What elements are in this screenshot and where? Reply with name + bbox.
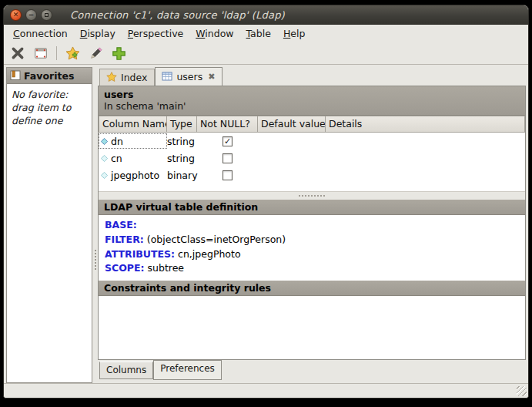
- favorites-icon: [10, 70, 21, 81]
- cell-type: string: [167, 136, 197, 147]
- bottom-tab-bar: Columns Preferences: [98, 360, 526, 383]
- header-not-null[interactable]: Not NULL?: [197, 116, 258, 133]
- window-layout-icon: [34, 46, 48, 60]
- diamond-icon: [101, 138, 108, 145]
- ldap-base-label: BASE:: [105, 219, 137, 230]
- cell-column-name[interactable]: cn: [99, 150, 167, 166]
- title-bar[interactable]: ✕ − Connection 'c1', data source 'ldap' …: [4, 5, 528, 25]
- table-row[interactable]: dn string ✓: [99, 133, 525, 150]
- ldap-section-header: LDAP virtual table definition: [99, 200, 525, 215]
- header-type[interactable]: Type: [167, 116, 197, 133]
- tab-close-icon[interactable]: ✖: [208, 72, 215, 82]
- maximize-icon: [45, 13, 49, 17]
- favorites-panel: Favorites No favorite: drag item to defi…: [6, 67, 92, 383]
- star-icon: [106, 72, 117, 82]
- tab-users-label: users: [176, 71, 202, 82]
- column-name-text: jpegphoto: [111, 170, 159, 181]
- close-connection-button[interactable]: [8, 44, 27, 62]
- table-schema-note: In schema 'main': [104, 100, 520, 112]
- cell-not-null: ✓: [197, 136, 258, 146]
- minimize-icon: −: [28, 12, 35, 18]
- menu-bar: Connection Display Perspective Window Ta…: [4, 25, 528, 42]
- splitter-grip: [95, 250, 96, 270]
- columns-header-row: Column Name Type Not NULL? Default value…: [99, 116, 525, 133]
- tab-index[interactable]: Index: [99, 69, 155, 86]
- ldap-scope-value: subtree: [148, 262, 185, 274]
- menu-display[interactable]: Display: [74, 26, 122, 41]
- header-default-value[interactable]: Default value: [258, 116, 326, 133]
- window-maximize-button[interactable]: [41, 9, 52, 21]
- star-plus-icon: [65, 46, 80, 61]
- table-row[interactable]: cn string: [99, 150, 525, 166]
- column-name-text: dn: [111, 136, 123, 147]
- ldap-base-line: BASE:: [105, 218, 519, 233]
- not-null-checkbox[interactable]: [223, 153, 233, 163]
- ldap-filter-value: (objectClass=inetOrgPerson): [147, 234, 286, 245]
- cell-column-name[interactable]: jpegphoto: [99, 167, 167, 183]
- window-minimize-button[interactable]: −: [25, 9, 37, 21]
- tab-bar: Index users ✖: [98, 67, 526, 86]
- constraints-section-header: Constraints and integrity rules: [99, 281, 525, 296]
- window-close-button[interactable]: ✕: [10, 9, 22, 21]
- table-detail-panel: users In schema 'main' Column Name Type …: [98, 86, 526, 360]
- ldap-attributes-value: cn,jpegPhoto: [178, 248, 240, 260]
- resize-grip-icon[interactable]: [517, 386, 527, 396]
- status-bar: [4, 383, 528, 398]
- edit-button[interactable]: [86, 44, 105, 62]
- table-row[interactable]: jpegphoto binary: [99, 166, 525, 183]
- new-favorite-button[interactable]: [63, 44, 82, 62]
- window-title: Connection 'c1', data source 'ldap' (Lda…: [70, 9, 285, 21]
- add-button[interactable]: [109, 44, 128, 62]
- app-window: ✕ − Connection 'c1', data source 'ldap' …: [3, 5, 529, 399]
- tab-users[interactable]: users ✖: [155, 67, 223, 86]
- menu-perspective[interactable]: Perspective: [122, 26, 189, 41]
- diamond-icon: [101, 155, 108, 162]
- cell-not-null: [197, 153, 258, 163]
- bottom-tab-preferences[interactable]: Preferences: [153, 360, 222, 380]
- ldap-filter-line: FILTER:(objectClass=inetOrgPerson): [105, 233, 519, 247]
- rows-filler: [99, 183, 525, 191]
- ldap-definition: BASE: FILTER:(objectClass=inetOrgPerson)…: [99, 215, 525, 281]
- header-details[interactable]: Details: [326, 116, 525, 133]
- toolbar-separator: [56, 46, 57, 60]
- menu-connection[interactable]: Connection: [7, 26, 74, 41]
- cell-type: string: [167, 153, 197, 164]
- pencil-icon: [89, 46, 103, 61]
- table-name: users: [104, 89, 520, 100]
- window-layout-button[interactable]: [32, 44, 50, 62]
- header-column-name[interactable]: Column Name: [99, 116, 167, 133]
- horizontal-splitter[interactable]: [99, 191, 525, 200]
- favorites-title: Favorites: [24, 70, 74, 82]
- column-name-text: cn: [111, 153, 122, 164]
- ldap-scope-line: SCOPE:subtree: [105, 261, 519, 276]
- close-x-icon: [11, 46, 25, 60]
- ldap-attributes-line: ATTRIBUTES:cn,jpegPhoto: [105, 247, 519, 262]
- close-icon: ✕: [13, 12, 19, 18]
- plus-icon: [112, 46, 126, 61]
- menu-help[interactable]: Help: [277, 26, 312, 41]
- ldap-filter-label: FILTER:: [105, 234, 144, 245]
- vertical-splitter[interactable]: [92, 67, 98, 383]
- not-null-checkbox[interactable]: [223, 170, 233, 180]
- splitter-grip: [299, 195, 325, 197]
- detail-area: Index users ✖ us: [98, 67, 526, 383]
- not-null-checkbox[interactable]: ✓: [223, 136, 233, 146]
- constraints-empty-area: [99, 296, 525, 359]
- tab-index-label: Index: [121, 72, 147, 83]
- table-icon: [162, 71, 172, 82]
- diamond-icon: [101, 172, 108, 179]
- cell-not-null: [197, 170, 258, 180]
- ldap-scope-label: SCOPE:: [105, 262, 145, 274]
- menu-table[interactable]: Table: [240, 26, 277, 41]
- menu-window[interactable]: Window: [189, 26, 239, 41]
- cell-column-name[interactable]: dn: [99, 133, 167, 149]
- table-title-header: users In schema 'main': [99, 86, 525, 116]
- cell-type: binary: [167, 170, 197, 181]
- favorites-header: Favorites: [7, 68, 92, 84]
- toolbar: [4, 42, 528, 65]
- main-area: Favorites No favorite: drag item to defi…: [4, 65, 528, 383]
- ldap-attributes-label: ATTRIBUTES:: [105, 248, 175, 260]
- bottom-tab-columns[interactable]: Columns: [99, 362, 153, 379]
- favorites-empty-message: No favorite: drag item to define one: [7, 84, 92, 382]
